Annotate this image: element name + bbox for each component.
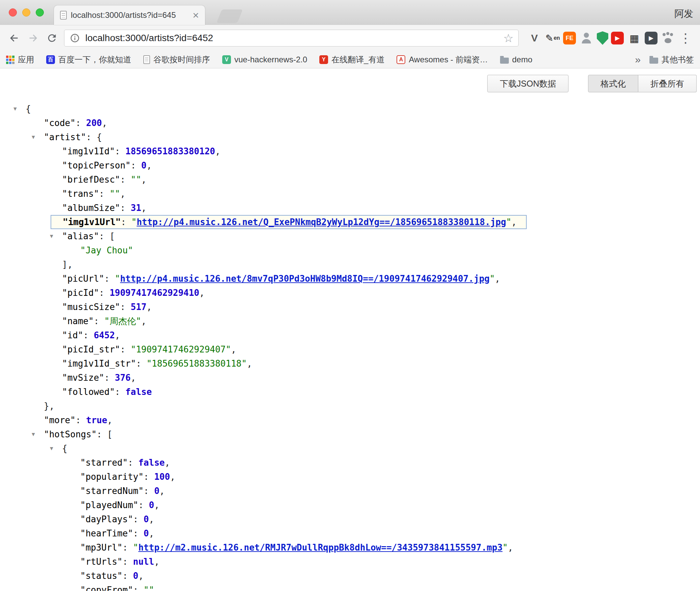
json-line: "hearTime": 0, (0, 526, 700, 540)
url-text[interactable]: localhost:3000/artists?id=6452 (85, 33, 499, 43)
bookmark-item[interactable]: 百百度一下，你就知道 (46, 54, 131, 65)
json-line: "dayPlays": 0, (0, 512, 700, 526)
vimium-icon[interactable]: V (527, 30, 542, 46)
tab-favicon-icon (60, 11, 67, 20)
fullscreen-window-button[interactable] (36, 8, 44, 17)
json-url-link[interactable]: http://p4.music.126.net/8mv7qP30Pd3oHW8b… (120, 274, 490, 284)
json-line: "rtUrls": null, (0, 555, 700, 569)
json-line: "albumSize": 31, (0, 201, 700, 215)
collapse-triangle-icon[interactable]: ▼ (32, 427, 35, 441)
json-token-s: "Jay Chou" (80, 245, 133, 255)
forward-button[interactable] (24, 29, 42, 48)
json-url-link[interactable]: http://m2.music.126.net/RMJR7wDullRqppBk… (138, 542, 502, 553)
bookmark-item[interactable]: Y在线翻译_有道 (319, 54, 384, 65)
bookmark-item[interactable]: 谷歌按时间排序 (143, 54, 210, 65)
bookmark-label: 百度一下，你就知道 (58, 54, 131, 65)
address-bar[interactable]: localhost:3000/artists?id=6452 ☆ (64, 30, 519, 46)
collapse-all-button[interactable]: 折叠所有 (638, 75, 697, 92)
json-line: "starredNum": 0, (0, 484, 700, 498)
new-tab-button[interactable] (216, 9, 243, 23)
json-token-s: "" (144, 585, 154, 591)
minimize-window-button[interactable] (22, 8, 30, 17)
bookmarks-overflow-chevron[interactable]: » (635, 54, 641, 65)
json-token-k: "picId" (62, 288, 99, 298)
json-token-k: "albumSize" (62, 203, 120, 213)
json-token-b: false (125, 387, 152, 397)
reload-button[interactable] (42, 29, 61, 48)
json-token-s: "" (110, 189, 120, 199)
json-token-p: { (62, 443, 67, 454)
user-profile-icon[interactable] (579, 30, 594, 46)
json-token-p: : (76, 415, 86, 425)
json-token-b: false (138, 458, 165, 468)
json-token-p: : (99, 231, 110, 241)
bookmark-item[interactable]: demo (500, 55, 532, 64)
collapse-triangle-icon[interactable]: ▼ (50, 229, 53, 243)
bookmark-item[interactable]: 应用 (6, 54, 34, 65)
browser-tab[interactable]: localhost:3000/artists?id=645 × (54, 5, 205, 25)
paw-icon[interactable] (660, 30, 676, 46)
json-token-p: : (83, 330, 94, 340)
json-token-p: : (133, 528, 144, 538)
browser-window: localhost:3000/artists?id=645 × 阿发 local… (0, 0, 700, 68)
other-bookmarks-label: 其他书签 (662, 54, 694, 65)
json-line: "picId_str": "19097417462929407", (0, 342, 700, 356)
format-button[interactable]: 格式化 (588, 75, 638, 92)
other-bookmarks-folder[interactable]: 其他书签 (649, 54, 694, 65)
json-token-n: 0 (133, 571, 139, 581)
json-token-k: "musicSize" (62, 302, 120, 312)
youtube-icon[interactable]: ▶ (611, 32, 624, 44)
json-token-p: : (120, 203, 130, 213)
fe-extension-icon[interactable]: FE (563, 32, 576, 44)
browser-menu-icon[interactable]: ⋮ (676, 32, 695, 44)
qrcode-icon[interactable]: ▦ (626, 30, 642, 46)
back-button[interactable] (5, 29, 24, 48)
player-icon[interactable]: ▶ (645, 32, 658, 44)
json-line: "Jay Chou" (0, 243, 700, 257)
collapse-triangle-icon[interactable]: ▼ (13, 102, 17, 116)
json-token-k: "mp3Url" (80, 542, 122, 553)
json-token-b: null (133, 557, 154, 567)
json-token-k: "code" (44, 118, 76, 128)
tab-close-icon[interactable]: × (193, 10, 199, 21)
json-token-p: : (122, 542, 133, 553)
page-info-icon[interactable] (69, 32, 81, 44)
json-token-n: 517 (131, 302, 147, 312)
json-token-k: "starredNum" (80, 486, 144, 496)
json-token-k: "hotSongs" (44, 429, 97, 439)
json-token-p: , (107, 415, 113, 425)
json-token-k: "img1v1Id_str" (62, 359, 136, 369)
badge-icon: A (397, 55, 405, 64)
bookmark-label: vue-hackernews-2.0 (234, 55, 307, 64)
json-token-k: "mvSize" (62, 373, 104, 383)
json-token-k: "briefDesc" (62, 175, 120, 185)
bookmark-item[interactable]: AAwesomes - 前端资… (397, 54, 488, 65)
json-token-p: , (508, 542, 513, 553)
adblock-shield-icon[interactable] (597, 31, 608, 45)
close-window-button[interactable] (9, 8, 17, 17)
json-token-k: "trans" (62, 189, 99, 199)
bookmark-star-icon[interactable]: ☆ (503, 32, 514, 44)
json-token-p: , (159, 486, 165, 496)
json-line: "img1v1Id_str": "18569651883380118", (0, 356, 700, 371)
json-token-k: "dayPlays" (80, 514, 133, 524)
extensions-row: VenFE▶▦▶ (527, 30, 676, 46)
json-token-p: , (170, 472, 175, 482)
json-token-n: 0 (144, 528, 149, 538)
json-token-k: "hearTime" (80, 528, 133, 538)
json-url-link[interactable]: http://p4.music.126.net/Q_ExePNkmqB2yWyL… (137, 217, 506, 227)
json-token-n: 0 (149, 500, 154, 510)
translate-en-icon[interactable]: en (545, 30, 560, 46)
collapse-triangle-icon[interactable]: ▼ (32, 130, 35, 144)
json-token-q: " (506, 217, 512, 227)
json-token-p: : (76, 118, 86, 128)
bookmark-item[interactable]: Vvue-hackernews-2.0 (222, 55, 307, 64)
collapse-triangle-icon[interactable]: ▼ (50, 441, 53, 456)
json-line: "img1v1Id": 18569651883380120, (0, 144, 700, 158)
json-token-k: "copyFrom" (80, 585, 133, 591)
json-token-k: "starred" (80, 458, 128, 468)
download-json-button[interactable]: 下载JSON数据 (487, 75, 568, 92)
json-token-n: 6452 (94, 330, 115, 340)
bookmark-label: Awesomes - 前端资… (409, 54, 488, 65)
bookmarks-list: 应用百百度一下，你就知道谷歌按时间排序Vvue-hackernews-2.0Y在… (6, 54, 532, 65)
